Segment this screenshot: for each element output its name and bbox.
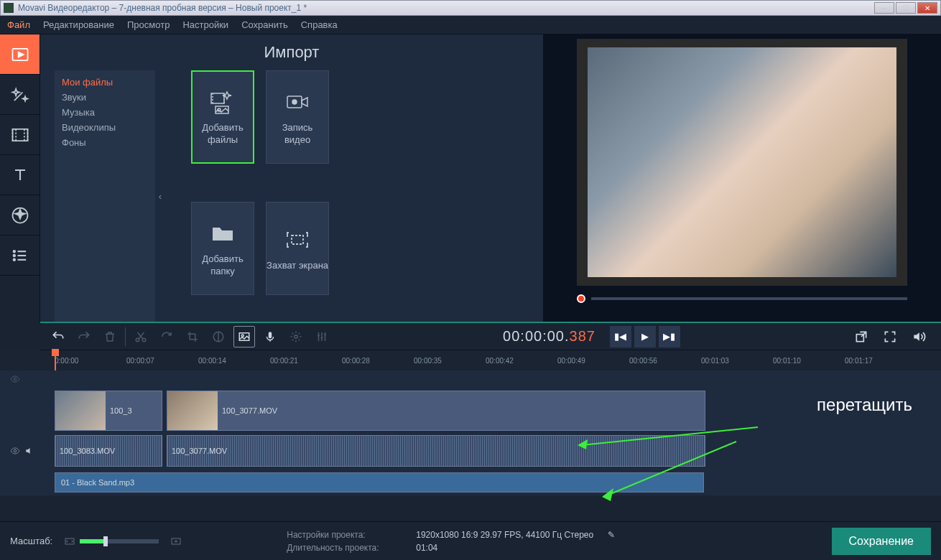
screen-capture-tile[interactable]: Захват экрана — [266, 202, 329, 295]
svg-rect-7 — [211, 93, 224, 103]
tool-stickers[interactable] — [0, 195, 40, 235]
clip-label: 100_3 — [110, 406, 132, 415]
zoom-slider[interactable] — [80, 539, 159, 543]
color-button[interactable] — [208, 326, 229, 347]
minimize-button[interactable]: ─ — [874, 2, 894, 14]
svg-rect-2 — [12, 129, 27, 140]
menu-view[interactable]: Просмотр — [127, 19, 170, 30]
linked-audio-track[interactable]: 100_3083.MOV 100_3077.MOV — [50, 434, 941, 468]
audio-clip-1[interactable]: 100_3083.MOV — [55, 435, 162, 467]
video-track-head — [7, 389, 50, 432]
cat-videoclips[interactable]: Видеоклипы — [62, 120, 148, 135]
duration-value: 01:04 — [416, 543, 437, 553]
ruler-tick: 00:00:28 — [342, 357, 370, 365]
close-button[interactable]: ✕ — [917, 2, 937, 14]
svg-point-17 — [241, 335, 244, 337]
tool-transitions[interactable] — [0, 115, 40, 155]
add-files-tile[interactable]: Добавить файлы — [191, 70, 254, 164]
tool-titles[interactable] — [0, 155, 40, 195]
ruler-tick: 00:00:49 — [557, 357, 585, 365]
svg-point-11 — [292, 100, 297, 104]
maximize-button[interactable]: ☐ — [896, 2, 916, 14]
video-clip-2[interactable]: 100_3077.MOV — [167, 391, 705, 431]
mic-button[interactable] — [259, 326, 281, 347]
tool-rail — [0, 34, 40, 322]
audio-clip-2[interactable]: 100_3077.MOV — [167, 435, 705, 467]
seek-track[interactable] — [591, 297, 907, 300]
undo-button[interactable] — [47, 326, 69, 347]
import-panel: Импорт Мои файлы Звуки Музыка Видеоклипы… — [40, 34, 543, 322]
menu-file[interactable]: Файл — [7, 19, 30, 30]
svg-point-19 — [295, 335, 298, 338]
svg-point-21 — [14, 378, 17, 381]
proj-settings-label: Настройки проекта: — [287, 530, 402, 540]
ruler-tick: 00:00:42 — [486, 357, 514, 365]
clip-label: 100_3083.MOV — [55, 447, 115, 455]
video-track[interactable]: 100_3 100_3077.MOV — [50, 389, 941, 432]
next-frame-button[interactable]: ▶▮ — [659, 326, 680, 347]
music-track[interactable]: 01 - Black Sand.mp3 — [50, 470, 941, 495]
ruler-tick: 00:00:14 — [198, 357, 226, 365]
tool-more[interactable] — [0, 235, 40, 276]
cat-backgrounds[interactable]: Фоны — [62, 135, 148, 150]
cat-sounds[interactable]: Звуки — [62, 90, 148, 105]
preview-image — [588, 47, 896, 277]
preview-frame — [577, 39, 907, 286]
ruler-tick: 00:01:17 — [845, 357, 873, 365]
ruler-tick: 00:00:07 — [126, 357, 154, 365]
prev-frame-button[interactable]: ▮◀ — [610, 326, 631, 347]
rotate-button[interactable] — [156, 326, 177, 347]
menu-edit[interactable]: Редактирование — [43, 19, 114, 30]
menu-help[interactable]: Справка — [301, 19, 338, 30]
zoom-fit-button[interactable] — [62, 534, 77, 549]
play-button[interactable]: ▶ — [634, 326, 656, 347]
ruler-tick: 00:00:21 — [270, 357, 298, 365]
svg-point-5 — [13, 254, 14, 256]
clip-label: 100_3077.MOV — [167, 447, 227, 455]
volume-button[interactable] — [908, 326, 930, 347]
fullscreen-button[interactable] — [879, 326, 901, 347]
cat-my-files[interactable]: Мои файлы — [62, 75, 148, 90]
add-folder-tile[interactable]: Добавить папку — [191, 202, 254, 295]
add-folder-label: Добавить папку — [202, 253, 243, 278]
video-clip-1[interactable]: 100_3 — [55, 391, 162, 431]
overlay-track-head — [7, 370, 50, 388]
menu-save[interactable]: Сохранить — [241, 19, 288, 30]
playhead-icon[interactable] — [577, 294, 585, 303]
svg-rect-12 — [292, 235, 303, 244]
zoom-label: Масштаб: — [10, 536, 52, 546]
clip-label: 100_3077.MOV — [222, 406, 277, 415]
crop-button[interactable] — [182, 326, 203, 347]
edit-proj-settings-button[interactable]: ✎ — [608, 530, 615, 540]
ruler-tick: 00:01:10 — [773, 357, 801, 365]
zoom-fit2-button[interactable] — [169, 534, 183, 549]
cat-music[interactable]: Музыка — [62, 105, 148, 120]
cut-button[interactable] — [130, 326, 152, 347]
record-video-tile[interactable]: Запись видео — [266, 70, 329, 164]
add-files-label: Добавить файлы — [202, 122, 243, 146]
svg-point-22 — [14, 449, 17, 452]
tool-filters[interactable] — [0, 75, 40, 115]
playhead-line[interactable] — [55, 350, 56, 370]
linked-audio-track-head — [7, 434, 50, 468]
redo-button[interactable] — [73, 326, 95, 347]
proj-settings-value: 1920x1080 16:9 29.97 FPS, 44100 Гц Стере… — [416, 530, 593, 540]
delete-button[interactable] — [99, 326, 121, 347]
collapse-sidebar-button[interactable]: ‹ — [155, 182, 165, 210]
popout-button[interactable] — [850, 326, 872, 347]
ruler-tick: 0:00:00 — [55, 357, 78, 365]
clip-settings-button[interactable] — [285, 326, 307, 347]
music-clip[interactable]: 01 - Black Sand.mp3 — [55, 472, 704, 493]
preview-seekbar[interactable] — [577, 291, 907, 306]
app-logo-icon — [4, 3, 14, 13]
timecode-display: 00:00:00.387 — [503, 328, 595, 345]
save-button[interactable]: Сохранение — [832, 528, 931, 555]
image-button[interactable] — [233, 326, 255, 347]
menu-settings[interactable]: Настройки — [182, 19, 228, 30]
tool-import[interactable] — [0, 34, 40, 75]
ruler-tick: 00:00:35 — [414, 357, 442, 365]
overlay-track[interactable] — [50, 370, 941, 388]
ruler-tick: 00:00:56 — [629, 357, 657, 365]
timeline-ruler[interactable]: 0:00:00 00:00:07 00:00:14 00:00:21 00:00… — [0, 350, 941, 370]
equalizer-button[interactable] — [311, 326, 333, 347]
